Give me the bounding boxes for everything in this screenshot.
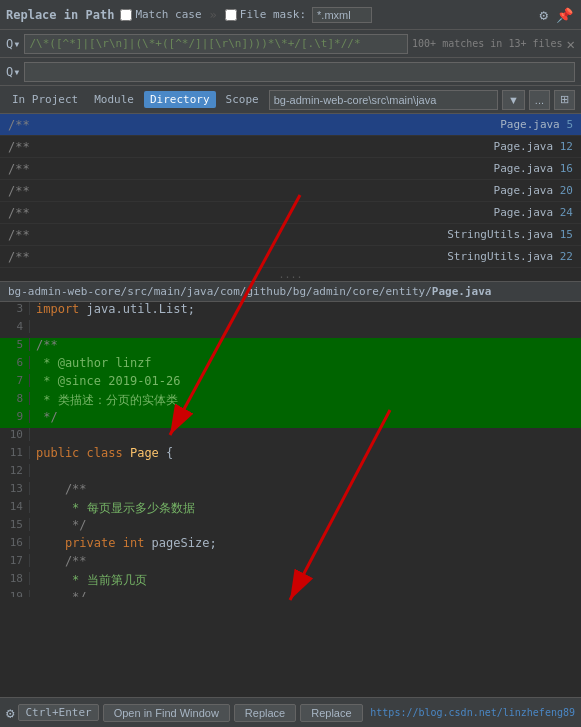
- bottom-bar: ⚙ Ctrl+Enter Open in Find Window Replace…: [0, 697, 581, 727]
- result-comment-2: /**: [8, 162, 30, 176]
- line-content-8: * 类描述：分页的实体类: [36, 392, 178, 409]
- tab-scope[interactable]: Scope: [220, 91, 265, 108]
- result-item-3[interactable]: /** Page.java 20: [0, 180, 581, 202]
- line-num-5: 5: [0, 338, 30, 351]
- breadcrumb-path: bg-admin-web-core/src/main/java/com/gith…: [8, 285, 432, 298]
- result-filename-3: Page.java 20: [494, 184, 573, 197]
- scope-bar: In Project Module Directory Scope ▼ ... …: [0, 86, 581, 114]
- line-num-6: 6: [0, 356, 30, 369]
- code-line-14: 14 * 每页显示多少条数据: [0, 500, 581, 518]
- match-case-checkbox[interactable]: [120, 9, 132, 21]
- result-item-2[interactable]: /** Page.java 16: [0, 158, 581, 180]
- code-line-3: 3 import java.util.List;: [0, 302, 581, 320]
- replace-icon[interactable]: Q▾: [6, 65, 20, 79]
- file-mask-input[interactable]: [312, 7, 372, 23]
- result-filename-5: StringUtils.java 15: [447, 228, 573, 241]
- pin-icon[interactable]: 📌: [554, 6, 575, 24]
- line-content-19: */: [36, 590, 87, 597]
- separator-1: »: [210, 8, 217, 22]
- replace-input[interactable]: [24, 62, 575, 82]
- line-content-13: /**: [36, 482, 87, 496]
- code-line-7: 7 * @since 2019-01-26: [0, 374, 581, 392]
- url-label: https://blog.csdn.net/linzhefeng89: [370, 707, 575, 718]
- line-num-10: 10: [0, 428, 30, 441]
- line-num-12: 12: [0, 464, 30, 477]
- line-content-9: */: [36, 410, 58, 424]
- result-filename-2: Page.java 16: [494, 162, 573, 175]
- result-filename-1: Page.java 12: [494, 140, 573, 153]
- results-list: /** Page.java 5 /** Page.java 12 /** Pag…: [0, 114, 581, 282]
- line-num-11: 11: [0, 446, 30, 459]
- line-content-5: /**: [36, 338, 58, 352]
- line-num-13: 13: [0, 482, 30, 495]
- result-filename-6: StringUtils.java 22: [447, 250, 573, 263]
- result-filename-4: Page.java 24: [494, 206, 573, 219]
- line-num-9: 9: [0, 410, 30, 423]
- breadcrumb-filename: Page.java: [432, 285, 492, 298]
- settings-icon[interactable]: ⚙: [6, 705, 14, 721]
- line-content-4: [36, 320, 43, 334]
- code-line-16: 16 private int pageSize;: [0, 536, 581, 554]
- line-num-16: 16: [0, 536, 30, 549]
- result-filename-0: Page.java 5: [500, 118, 573, 131]
- code-line-18: 18 * 当前第几页: [0, 572, 581, 590]
- toolbar-icons: ⚙ 📌: [538, 6, 575, 24]
- filter-icon[interactable]: ⚙: [538, 6, 550, 24]
- close-search-button[interactable]: ✕: [567, 36, 575, 52]
- line-num-14: 14: [0, 500, 30, 513]
- search-bar: Q▾ 100+ matches in 13+ files ✕: [0, 30, 581, 58]
- line-content-7: * @since 2019-01-26: [36, 374, 181, 388]
- shortcut-label: Ctrl+Enter: [18, 704, 98, 721]
- match-count: 100+ matches in 13+ files: [412, 38, 563, 49]
- toolbar-title: Replace in Path: [6, 8, 114, 22]
- scope-browse-btn[interactable]: ...: [529, 90, 550, 110]
- scope-dropdown-btn[interactable]: ▼: [502, 90, 525, 110]
- line-content-17: /**: [36, 554, 87, 568]
- result-comment-3: /**: [8, 184, 30, 198]
- line-content-6: * @author linzf: [36, 356, 152, 370]
- tab-in-project[interactable]: In Project: [6, 91, 84, 108]
- code-line-5: 5 /**: [0, 338, 581, 356]
- line-content-10: [36, 428, 43, 442]
- line-num-17: 17: [0, 554, 30, 567]
- replace-bar: Q▾: [0, 58, 581, 86]
- result-comment-6: /**: [8, 250, 30, 264]
- code-view: 3 import java.util.List; 4 5 /** 6 * @au…: [0, 302, 581, 597]
- path-breadcrumb: bg-admin-web-core/src/main/java/com/gith…: [0, 282, 581, 302]
- line-content-11: public class Page {: [36, 446, 173, 460]
- result-comment-0: /**: [8, 118, 30, 132]
- scope-path-input[interactable]: [269, 90, 498, 110]
- scope-layout-btn[interactable]: ⊞: [554, 90, 575, 110]
- line-num-3: 3: [0, 302, 30, 315]
- line-content-16: private int pageSize;: [36, 536, 217, 550]
- result-item-5[interactable]: /** StringUtils.java 15: [0, 224, 581, 246]
- line-content-3: import java.util.List;: [36, 302, 195, 316]
- file-mask-checkbox[interactable]: [225, 9, 237, 21]
- replace-button[interactable]: Replace: [234, 704, 296, 722]
- result-comment-1: /**: [8, 140, 30, 154]
- open-find-window-button[interactable]: Open in Find Window: [103, 704, 230, 722]
- result-item-6[interactable]: /** StringUtils.java 22: [0, 246, 581, 268]
- code-line-10: 10: [0, 428, 581, 446]
- file-mask-wrapper: File mask:: [225, 8, 306, 21]
- code-line-8: 8 * 类描述：分页的实体类: [0, 392, 581, 410]
- code-line-4: 4: [0, 320, 581, 338]
- match-case-label[interactable]: Match case: [120, 8, 201, 21]
- result-item-0[interactable]: /** Page.java 5: [0, 114, 581, 136]
- top-toolbar: Replace in Path Match case » File mask: …: [0, 0, 581, 30]
- code-line-15: 15 */: [0, 518, 581, 536]
- code-line-12: 12: [0, 464, 581, 482]
- line-num-7: 7: [0, 374, 30, 387]
- result-item-1[interactable]: /** Page.java 12: [0, 136, 581, 158]
- replace-all-button[interactable]: Replace: [300, 704, 362, 722]
- line-content-14: * 每页显示多少条数据: [36, 500, 195, 517]
- tab-module[interactable]: Module: [88, 91, 140, 108]
- line-num-19: 19: [0, 590, 30, 597]
- code-line-6: 6 * @author linzf: [0, 356, 581, 374]
- line-content-12: [36, 464, 43, 478]
- line-num-8: 8: [0, 392, 30, 405]
- search-icon[interactable]: Q▾: [6, 37, 20, 51]
- search-input[interactable]: [24, 34, 408, 54]
- result-item-4[interactable]: /** Page.java 24: [0, 202, 581, 224]
- tab-directory[interactable]: Directory: [144, 91, 216, 108]
